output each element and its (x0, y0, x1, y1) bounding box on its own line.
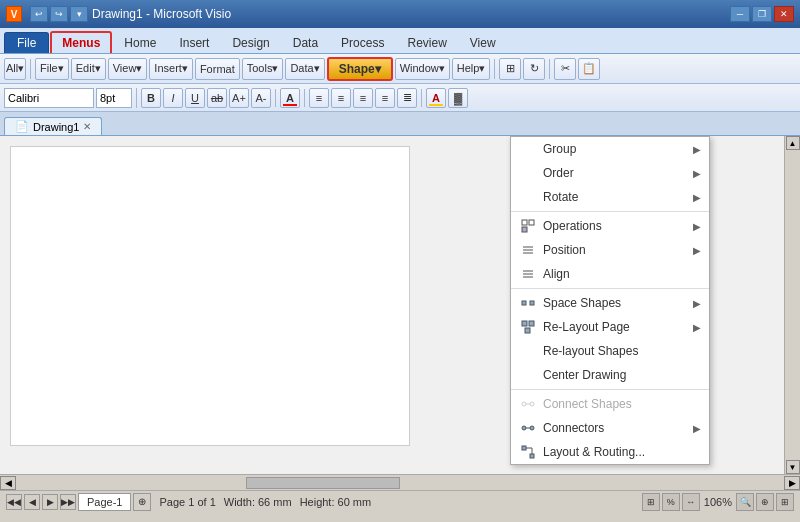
position-label: Position (543, 243, 586, 257)
tb-icon1[interactable]: ⊞ (499, 58, 521, 80)
menu-item-operations[interactable]: Operations ▶ (511, 214, 709, 238)
menu-item-layout-routing[interactable]: Layout & Routing... (511, 440, 709, 464)
align-justify-btn[interactable]: ≡ (375, 88, 395, 108)
menu-item-space-shapes[interactable]: Space Shapes ▶ (511, 291, 709, 315)
tab-design[interactable]: Design (221, 32, 280, 53)
relayout-shapes-label: Re-layout Shapes (543, 344, 638, 358)
scroll-up-btn[interactable]: ▲ (786, 136, 800, 150)
scroll-right-btn[interactable]: ▶ (784, 476, 800, 490)
tb-shape-btn[interactable]: Shape▾ (327, 57, 393, 81)
canvas-area[interactable]: Group ▶ Order ▶ Rotate ▶ Operations (0, 136, 784, 474)
tab-home[interactable]: Home (113, 32, 167, 53)
tab-file[interactable]: File (4, 32, 49, 53)
tab-insert[interactable]: Insert (168, 32, 220, 53)
tab-process[interactable]: Process (330, 32, 395, 53)
page-first-btn[interactable]: ◀◀ (6, 494, 22, 510)
zoom-bar: ⊞ % ↔ 106% 🔍 ⊕ ⊞ (642, 493, 794, 511)
bold-btn[interactable]: B (141, 88, 161, 108)
main-toolbar: All▾ File▾ Edit▾ View▾ Insert▾ Format To… (0, 54, 800, 84)
align-left-btn[interactable]: ≡ (309, 88, 329, 108)
tb-icon4[interactable]: 📋 (578, 58, 600, 80)
tb-help-btn[interactable]: Help▾ (452, 58, 491, 80)
position-icon (519, 241, 537, 259)
page-last-btn[interactable]: ▶▶ (60, 494, 76, 510)
font-grow-btn[interactable]: A+ (229, 88, 249, 108)
maximize-btn[interactable]: ❐ (752, 6, 772, 22)
zoom-icon1[interactable]: 🔍 (736, 493, 754, 511)
qs-dropdown[interactable]: ▾ (70, 6, 88, 22)
font-name-input[interactable] (4, 88, 94, 108)
strikethrough-btn[interactable]: ab (207, 88, 227, 108)
doc-close-btn[interactable]: ✕ (83, 121, 91, 132)
scroll-track[interactable] (786, 150, 800, 460)
menu-item-center-drawing[interactable]: Center Drawing (511, 363, 709, 387)
font-size-input[interactable] (96, 88, 132, 108)
italic-btn[interactable]: I (163, 88, 183, 108)
tb-icon2[interactable]: ↻ (523, 58, 545, 80)
tb-all-btn[interactable]: All▾ (4, 58, 26, 80)
status-icon1[interactable]: ⊞ (642, 493, 660, 511)
underline-btn[interactable]: U (185, 88, 205, 108)
position-arrow: ▶ (693, 245, 701, 256)
space-shapes-arrow: ▶ (693, 298, 701, 309)
tb-insert-btn[interactable]: Insert▾ (149, 58, 193, 80)
menu-item-connect-shapes: Connect Shapes (511, 392, 709, 416)
fill-btn[interactable]: ▓ (448, 88, 468, 108)
bullets-btn[interactable]: ≣ (397, 88, 417, 108)
group-arrow: ▶ (693, 144, 701, 155)
zoom-icons: 🔍 ⊕ ⊞ (736, 493, 794, 511)
status-icon3[interactable]: ↔ (682, 493, 700, 511)
tab-review[interactable]: Review (396, 32, 457, 53)
h-scroll-thumb[interactable] (246, 477, 400, 489)
order-label: Order (543, 166, 574, 180)
text-color-btn[interactable]: A (280, 88, 300, 108)
tb-view-btn[interactable]: View▾ (108, 58, 148, 80)
bottom-scrollbar[interactable]: ◀ ▶ (0, 474, 800, 490)
font-color2-btn[interactable]: A (426, 88, 446, 108)
tb-icon3[interactable]: ✂ (554, 58, 576, 80)
menu-item-position[interactable]: Position ▶ (511, 238, 709, 262)
page-next-btn[interactable]: ▶ (42, 494, 58, 510)
connect-shapes-icon (519, 395, 537, 413)
align-right-btn[interactable]: ≡ (353, 88, 373, 108)
fmt-sep2 (304, 89, 305, 107)
menu-item-connectors[interactable]: Connectors ▶ (511, 416, 709, 440)
menu-item-order[interactable]: Order ▶ (511, 161, 709, 185)
page-tab[interactable]: Page-1 (78, 493, 131, 511)
drawing-canvas[interactable] (10, 146, 410, 446)
tb-tools-btn[interactable]: Tools▾ (242, 58, 284, 80)
svg-point-17 (522, 426, 526, 430)
align-center-btn[interactable]: ≡ (331, 88, 351, 108)
zoom-icon2[interactable]: ⊕ (756, 493, 774, 511)
tb-edit-btn[interactable]: Edit▾ (71, 58, 106, 80)
tab-menus[interactable]: Menus (50, 31, 112, 53)
h-scroll-track[interactable] (16, 476, 784, 490)
status-icon2[interactable]: % (662, 493, 680, 511)
right-scrollbar[interactable]: ▲ ▼ (784, 136, 800, 474)
scroll-left-btn[interactable]: ◀ (0, 476, 16, 490)
scroll-down-btn[interactable]: ▼ (786, 460, 800, 474)
menu-item-group[interactable]: Group ▶ (511, 137, 709, 161)
zoom-icon3[interactable]: ⊞ (776, 493, 794, 511)
tb-window-btn[interactable]: Window▾ (395, 58, 450, 80)
undo-btn[interactable]: ↩ (30, 6, 48, 22)
svg-rect-1 (529, 220, 534, 225)
menu-item-align[interactable]: Align (511, 262, 709, 286)
svg-rect-10 (530, 301, 534, 305)
menu-item-relayout-page[interactable]: Re-Layout Page ▶ (511, 315, 709, 339)
tab-data[interactable]: Data (282, 32, 329, 53)
page-prev-btn[interactable]: ◀ (24, 494, 40, 510)
tb-format-btn[interactable]: Format (195, 58, 240, 80)
close-btn[interactable]: ✕ (774, 6, 794, 22)
page-add-btn[interactable]: ⊕ (133, 493, 151, 511)
tb-file-btn[interactable]: File▾ (35, 58, 69, 80)
font-shrink-btn[interactable]: A- (251, 88, 271, 108)
svg-rect-0 (522, 220, 527, 225)
tb-data-btn[interactable]: Data▾ (285, 58, 324, 80)
menu-item-relayout-shapes[interactable]: Re-layout Shapes (511, 339, 709, 363)
menu-item-rotate[interactable]: Rotate ▶ (511, 185, 709, 209)
tab-view[interactable]: View (459, 32, 507, 53)
redo-btn[interactable]: ↪ (50, 6, 68, 22)
doc-tab-drawing1[interactable]: 📄 Drawing1 ✕ (4, 117, 102, 135)
minimize-btn[interactable]: ─ (730, 6, 750, 22)
